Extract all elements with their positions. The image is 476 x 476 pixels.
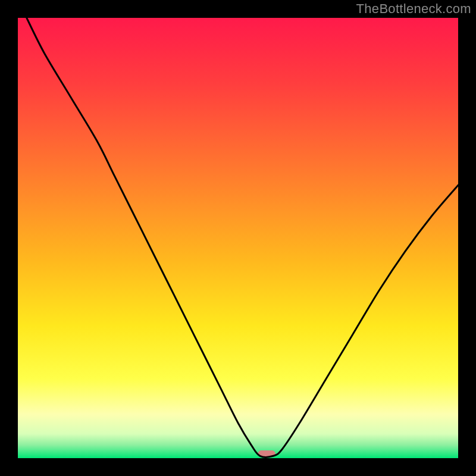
chart-svg <box>0 0 476 476</box>
bottleneck-chart: TheBottleneck.com <box>0 0 476 476</box>
gradient-background <box>18 18 458 458</box>
watermark-text: TheBottleneck.com <box>356 1 471 17</box>
